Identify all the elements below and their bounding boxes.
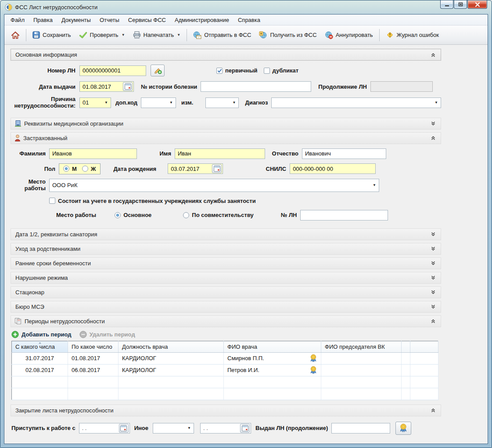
checkbox-checked-icon [216, 68, 223, 74]
send-globe-icon [193, 31, 201, 39]
checkbox-unemployment-register[interactable]: Состоит на учете в государственных учреж… [49, 198, 256, 204]
workplace-combo[interactable]: ООО РиК▼ [49, 179, 379, 192]
column-header-empty[interactable] [402, 341, 410, 352]
cause-combo[interactable]: 01▼ [79, 98, 111, 108]
gender-group: М Ж [59, 163, 101, 174]
radio-gender-male[interactable]: М [63, 166, 77, 172]
minimize-button[interactable] [440, 0, 453, 9]
empty-row[interactable] [12, 388, 438, 400]
menu-documents[interactable]: Документы [57, 15, 95, 25]
issue-date-input[interactable]: 01.08.2017 [79, 81, 134, 92]
pencil-plus-icon [154, 67, 162, 74]
remove-period-button[interactable]: Удалить период [79, 331, 135, 338]
get-ln-number-button[interactable] [151, 65, 165, 76]
section-header-hospital[interactable]: Стационар [11, 286, 441, 298]
ln-number-input[interactable]: 000000000001 [79, 65, 146, 76]
chevron-down-icon: ▼ [435, 101, 438, 105]
print-button[interactable]: Напечатать ▼ [129, 28, 185, 42]
expand-chevron-down-icon[interactable] [429, 230, 437, 238]
checkbox-primary[interactable]: первичный [216, 67, 258, 74]
sign-seal-button[interactable] [395, 422, 411, 435]
section-header-main-info[interactable]: Основная информация [11, 49, 441, 61]
column-header-date-from[interactable]: С какого числа [12, 341, 68, 352]
birth-date-input[interactable]: 03.07.2017 [168, 163, 223, 174]
diagnosis-combo[interactable]: ▼ [271, 98, 441, 108]
collapse-chevron-up-icon[interactable] [429, 406, 437, 414]
calendar-icon[interactable] [212, 164, 222, 173]
column-header-doctor-position[interactable]: Должность врача [119, 341, 224, 352]
empty-row[interactable] [12, 376, 438, 388]
expand-chevron-down-icon[interactable] [429, 259, 437, 267]
verify-button[interactable]: Проверить ▼ [75, 29, 129, 42]
section-header-closing[interactable]: Закрытие листа нетрудоспособности [11, 405, 441, 416]
menu-reports[interactable]: Отчеты [95, 15, 124, 25]
menu-administration[interactable]: Администрирование [170, 15, 233, 25]
resume-work-date-input[interactable]: . . [79, 423, 130, 434]
section-header-sanatorium[interactable]: Дата 1/2, реквизиты санатория [11, 228, 441, 240]
app-client-area: Файл Правка Документы Отчеты Сервисы ФСС… [4, 14, 488, 444]
signature-seal-icon[interactable] [309, 354, 317, 362]
section-header-insured[interactable]: Застрахованный [11, 132, 441, 144]
annul-button[interactable]: Аннулировать [321, 28, 377, 42]
section-header-mse-bureau[interactable]: Бюро МСЭ [11, 301, 441, 313]
section-title: Основная информация [15, 51, 429, 58]
print-dropdown-icon[interactable]: ▼ [177, 33, 180, 37]
snils-input[interactable]: 000-000-000 00 [290, 163, 376, 174]
radio-gender-female[interactable]: Ж [82, 166, 96, 172]
signature-seal-icon[interactable] [309, 366, 317, 374]
calendar-icon[interactable] [123, 82, 133, 91]
change-combo[interactable]: ▼ [205, 98, 239, 108]
section-header-relative-care[interactable]: Уход за родственниками [11, 243, 441, 255]
section-title: Бюро МСЭ [15, 303, 429, 310]
column-header-date-to[interactable]: По какое число [68, 341, 119, 352]
expand-chevron-down-icon[interactable] [429, 288, 437, 296]
section-header-periods[interactable]: Периоды нетрудоспособности [11, 315, 441, 327]
error-log-button[interactable]: Журнал ошибок [382, 28, 443, 42]
period-row[interactable]: 02.08.2017 06.08.2017 КАРДИОЛОГ Петров И… [12, 364, 438, 376]
section-title: Периоды нетрудоспособности [25, 318, 429, 325]
section-header-early-pregnancy[interactable]: Ранние сроки беременности [11, 257, 441, 269]
expand-chevron-down-icon[interactable] [429, 119, 437, 127]
expand-chevron-down-icon[interactable] [429, 245, 437, 253]
home-button[interactable] [7, 28, 24, 42]
collapse-chevron-up-icon[interactable] [429, 134, 437, 142]
radio-work-main[interactable]: Основное [115, 212, 151, 218]
checkbox-duplicate[interactable]: дубликат [264, 67, 299, 74]
collapse-chevron-up-icon[interactable] [429, 51, 437, 59]
menu-file[interactable]: Файл [6, 15, 29, 25]
add-period-button[interactable]: Добавить период [11, 331, 72, 338]
receive-from-fss-button[interactable]: Получить из ФСС [255, 28, 320, 42]
collapse-chevron-up-icon[interactable] [429, 317, 437, 325]
continuation-label: Продолжение ЛН [318, 83, 367, 90]
calendar-icon[interactable] [119, 424, 129, 433]
period-row[interactable]: 31.07.2017 01.08.2017 КАРДИОЛОГ Смирнов … [12, 352, 438, 364]
section-header-med-org[interactable]: Реквизиты медицинской организации [11, 118, 441, 130]
send-to-fss-button[interactable]: Отправить в ФСС [189, 28, 255, 42]
menu-help[interactable]: Справка [233, 15, 265, 25]
surname-input[interactable]: Иванов [49, 148, 137, 159]
save-button[interactable]: Сохранить [29, 28, 75, 42]
expand-chevron-down-icon[interactable] [429, 274, 437, 282]
other-date-input[interactable]: . . [200, 423, 251, 434]
column-header-doctor-name[interactable]: ФИО врача [224, 341, 321, 352]
column-header-empty[interactable] [410, 341, 438, 352]
ln-number-label: Номер ЛН [11, 67, 75, 74]
menu-fss-services[interactable]: Сервисы ФСС [124, 15, 170, 25]
work-ln-input[interactable] [300, 210, 388, 220]
radio-work-secondary[interactable]: По совместительству [183, 212, 254, 218]
extra-code-combo[interactable]: ▼ [141, 98, 176, 108]
history-number-input[interactable] [201, 81, 311, 92]
toolbar-separator [26, 29, 26, 41]
expand-chevron-down-icon[interactable] [429, 303, 437, 311]
column-header-vk-chairman[interactable]: ФИО председателя ВК [321, 341, 402, 352]
calendar-icon[interactable] [240, 424, 250, 433]
name-input[interactable]: Иван [175, 148, 265, 159]
close-button[interactable] [467, 0, 487, 9]
other-combo[interactable]: ▼ [153, 423, 194, 434]
maximize-button[interactable] [454, 0, 467, 9]
patronymic-input[interactable]: Иванович [302, 148, 386, 159]
menu-edit[interactable]: Правка [29, 15, 57, 25]
issued-ln-input[interactable] [331, 423, 390, 434]
verify-dropdown-icon[interactable]: ▼ [122, 33, 125, 37]
section-header-regime-violation[interactable]: Нарушение режима [11, 272, 441, 284]
